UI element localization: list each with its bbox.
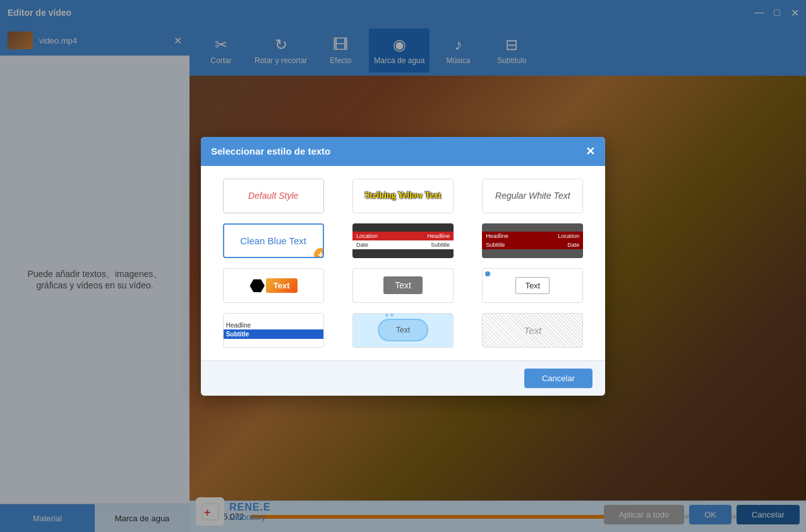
style-preview-news-darkred: Headline Location Subtitle Date [482,223,583,258]
style-item-headline[interactable]: Headline Subtitle [214,313,333,348]
style-white-text: Regular White Text [495,191,570,201]
dialog-cancel-button[interactable]: Cancelar [524,369,592,388]
headline-title: Headline [224,321,323,329]
style-preview-headline: Headline Subtitle [223,313,324,348]
news-red-location: Location [356,233,378,239]
arrow-inner: ⬣ Text [250,275,298,296]
headline-subtitle: Subtitle [224,329,323,339]
arrow-label-text: Text [266,278,298,293]
style-preview-bubble: Text [352,313,454,348]
dialog-title: Seleccionar estilo de texto [211,146,330,157]
bubble-text: Text [396,326,410,334]
text-style-dialog: Seleccionar estilo de texto ✕ Default St… [201,137,605,396]
style-default-text: Default Style [248,191,298,201]
news-red-inner: Location Headline Date Subtitle [352,223,454,258]
style-item-bubble[interactable]: Text [343,313,462,348]
add-icon: + [314,248,324,258]
white-box-dot [485,271,490,276]
news-dr-location: Location [558,233,579,239]
headline-inner: Headline Subtitle [224,321,323,339]
dialog-body: Default Style Striking Yellow Text Regul… [201,166,605,360]
style-preview-default: Default Style [223,179,324,213]
news-red-date: Date [356,242,368,248]
style-preview-arrow: ⬣ Text [223,268,324,303]
style-item-news-darkred[interactable]: Headline Location Subtitle Date [473,223,592,258]
grunge-bg: Text [483,314,582,347]
news-dr-top: Headline Location [482,232,583,240]
dialog-close-button[interactable]: ✕ [586,145,595,158]
bubble-dot-1 [385,314,388,317]
style-item-grunge[interactable]: Text [473,313,592,348]
news-dr-inner: Headline Location Subtitle Date [482,223,583,258]
style-preview-grunge: Text [482,313,583,348]
white-box-label: Text [515,277,550,294]
style-preview-news-red: Location Headline Date Subtitle [352,223,454,258]
style-item-yellow[interactable]: Striking Yellow Text [343,179,462,213]
style-preview-white: Regular White Text [482,179,583,213]
style-preview-white-box: Text [482,268,583,303]
bubble-shape: Text [378,319,428,341]
dialog-header: Seleccionar estilo de texto ✕ [201,137,605,166]
news-red-headline: Headline [427,233,450,239]
grunge-text: Text [524,325,541,336]
bubble-dots [385,314,394,317]
bubble-dot-2 [390,314,394,317]
gray-text-inner: Text [383,276,423,294]
style-yellow-text: Striking Yellow Text [365,191,442,201]
style-preview-clean-blue: Clean Blue Text + [223,223,324,258]
news-red-subtitle: Subtitle [431,242,450,248]
news-dr-subtitle: Subtitle [486,242,505,248]
style-preview-gray-text: Text [352,268,454,303]
news-dr-bottom: Subtitle Date [482,240,583,249]
news-red-top: Location Headline [352,232,454,240]
arrow-decor-icon: ⬣ [250,275,265,296]
style-item-clean-blue[interactable]: Clean Blue Text + [214,223,333,258]
style-item-news-red[interactable]: Location Headline Date Subtitle [343,223,462,258]
style-item-arrow[interactable]: ⬣ Text [214,268,333,303]
style-clean-blue-text: Clean Blue Text [240,235,306,246]
style-item-white-box[interactable]: Text [473,268,592,303]
style-item-white[interactable]: Regular White Text [473,179,592,213]
news-dr-headline: Headline [486,233,508,239]
dialog-footer: Cancelar [201,360,605,396]
news-red-bottom: Date Subtitle [352,240,454,249]
modal-overlay: Seleccionar estilo de texto ✕ Default St… [0,0,806,532]
bubble-inner: Text [378,319,428,341]
news-dr-date: Date [567,242,579,248]
style-item-gray-text[interactable]: Text [343,268,462,303]
style-item-default[interactable]: Default Style [214,179,333,213]
style-preview-yellow: Striking Yellow Text [352,179,454,213]
